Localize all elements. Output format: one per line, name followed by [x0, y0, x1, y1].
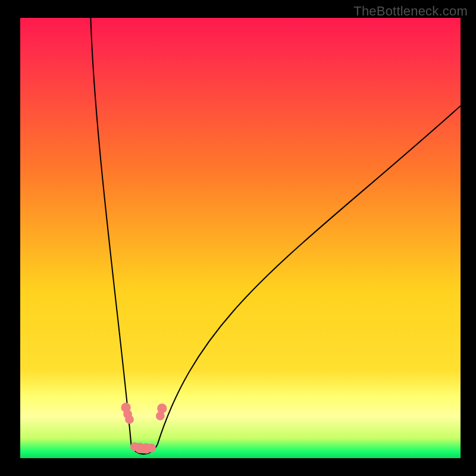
bottleneck-chart: [20, 18, 461, 458]
chart-frame: TheBottleneck.com: [0, 0, 476, 476]
watermark-text: TheBottleneck.com: [353, 4, 468, 19]
data-marker: [125, 415, 134, 424]
data-marker: [147, 444, 156, 453]
data-marker: [157, 403, 167, 413]
chart-background: [20, 18, 461, 458]
